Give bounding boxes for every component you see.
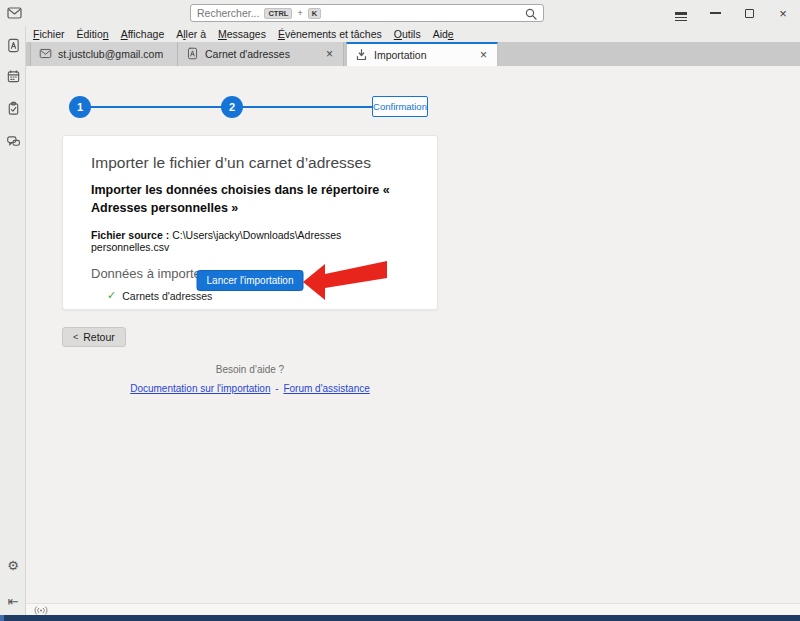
ctrl-key-badge: CTRL (264, 8, 292, 19)
step-2-indicator: 2 (221, 96, 243, 118)
address-book-tab-icon (186, 47, 199, 62)
red-arrow-annotation (301, 258, 389, 302)
calendar-space-icon[interactable] (5, 68, 21, 84)
menu-édition[interactable]: Édition (77, 28, 109, 40)
window-bottom-edge (0, 615, 800, 621)
maximize-icon[interactable] (732, 0, 766, 26)
check-item-label: Carnets d'adresses (122, 290, 212, 302)
chevron-left-icon: < (73, 332, 78, 342)
source-file-label: Fichier source : (91, 229, 169, 241)
close-window-icon[interactable]: × (766, 0, 800, 26)
help-prompt: Besoin d’aide ? (50, 364, 450, 375)
back-button[interactable]: < Retour (62, 327, 126, 347)
mail-tab-icon (39, 47, 52, 62)
global-search-input[interactable]: Rechercher... CTRL + K (190, 4, 544, 22)
thunderbird-window: Rechercher... CTRL + K × FichierÉditionA… (0, 0, 800, 621)
start-import-button[interactable]: Lancer l'importation (197, 270, 304, 291)
import-tab-icon (355, 48, 368, 63)
mail-space-icon[interactable] (6, 5, 23, 25)
menu-fichier[interactable]: Fichier (33, 28, 65, 40)
assistance-forum-link[interactable]: Forum d'assistance (283, 383, 369, 394)
step-1-indicator: 1 (69, 96, 91, 118)
search-icon (524, 7, 538, 25)
window-controls: × (664, 0, 800, 26)
close-tab-icon[interactable]: × (478, 49, 489, 61)
statusbar (26, 603, 800, 615)
tab-label: st.justclub@gmail.com (58, 48, 169, 60)
tab-address-book[interactable]: Carnet d'adresses × (178, 42, 344, 66)
spaces-toolbar: ⚙ ⇤ (0, 26, 26, 615)
tab-import[interactable]: Importation × (346, 42, 498, 66)
tasks-space-icon[interactable] (5, 100, 21, 116)
menubar: FichierÉditionAffichageAller àMessagesÉv… (26, 26, 800, 42)
menu-évènements-et-tâches[interactable]: Évènements et tâches (278, 28, 382, 40)
settings-gear-icon[interactable]: ⚙ (5, 557, 21, 573)
back-button-label: Retour (83, 331, 115, 343)
tab-label: Carnet d'adresses (205, 48, 318, 60)
k-key-badge: K (308, 8, 321, 19)
menu-aide[interactable]: Aide (433, 28, 454, 40)
help-block: Besoin d’aide ? Documentation sur l'impo… (50, 364, 450, 394)
chat-space-icon[interactable] (5, 133, 21, 149)
link-separator: - (273, 383, 280, 394)
minimize-icon[interactable] (698, 0, 732, 26)
menu-affichage[interactable]: Affichage (121, 28, 165, 40)
menu-outils[interactable]: Outils (394, 28, 421, 40)
documentation-link[interactable]: Documentation sur l'importation (130, 383, 270, 394)
address-book-space-icon[interactable] (5, 37, 21, 53)
tab-label: Importation (374, 49, 472, 61)
menu-aller-à[interactable]: Aller à (176, 28, 206, 40)
tabbar: st.justclub@gmail.com Carnet d'adresses … (26, 42, 800, 66)
confirmation-step-badge: Confirmation (372, 96, 428, 117)
card-title: Importer le fichier d’un carnet d’adress… (91, 154, 413, 172)
card-subtitle: Importer les données choisies dans le ré… (91, 181, 413, 217)
source-file-row: Fichier source : C:\Users\jacky\Download… (91, 229, 413, 253)
shortcut-plus: + (297, 8, 302, 18)
app-menu-icon[interactable] (664, 0, 698, 26)
tab-mail-account[interactable]: st.justclub@gmail.com (30, 42, 178, 66)
search-placeholder: Rechercher... (197, 7, 259, 19)
menu-messages[interactable]: Messages (218, 28, 266, 40)
titlebar: Rechercher... CTRL + K × (0, 0, 800, 26)
collapse-sidebar-icon[interactable]: ⇤ (5, 593, 21, 609)
close-tab-icon[interactable]: × (324, 48, 335, 60)
checkmark-icon: ✓ (107, 289, 116, 302)
